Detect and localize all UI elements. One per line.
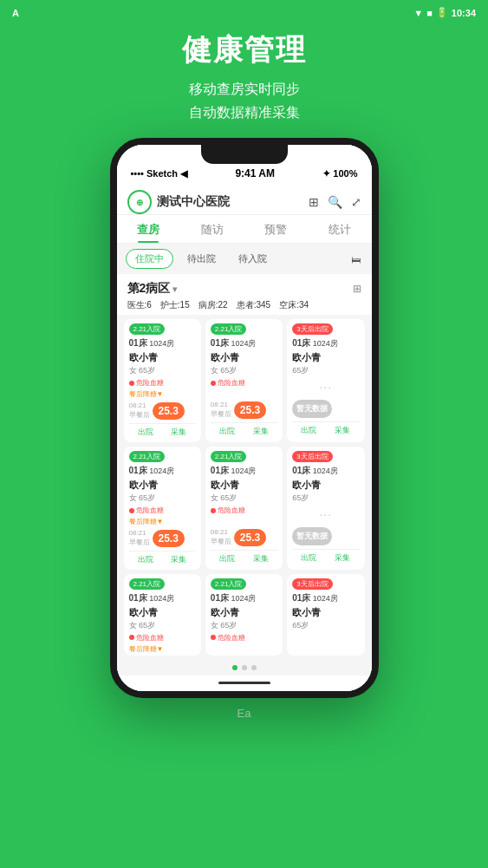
- patient-name: 欧小青: [129, 606, 196, 619]
- collect-btn[interactable]: 采集: [335, 425, 350, 436]
- phone-carrier: •••• Sketch ◀: [131, 168, 188, 179]
- tab-suifang[interactable]: 随访: [180, 215, 244, 243]
- subtab-inpatient[interactable]: 住院中: [126, 249, 173, 269]
- card-actions: 出院 采集: [292, 549, 359, 564]
- no-alert-placeholder: ···: [292, 376, 359, 397]
- patient-demographics: 65岁: [292, 493, 359, 504]
- bed-management-link[interactable]: 🛏: [351, 254, 363, 264]
- no-alert-placeholder: ···: [292, 504, 359, 525]
- patient-name: 欧小青: [292, 351, 359, 364]
- patient-demographics: 65岁: [292, 365, 359, 376]
- phone-mockup: •••• Sketch ◀ 9:41 AM ✦ 100% ⊕ 测试中心医院 ⊞ …: [110, 138, 379, 698]
- collect-btn[interactable]: 采集: [171, 554, 186, 565]
- card-room-info: 01床 1024房: [211, 337, 277, 349]
- metric-value: 25.3: [234, 529, 266, 546]
- card-room-info: 01床 1024房: [292, 465, 359, 477]
- discharge-btn[interactable]: 出院: [219, 426, 235, 437]
- patient-name: 欧小青: [292, 479, 359, 492]
- card-room-info: 01床 1024房: [292, 337, 359, 349]
- time-display: 10:34: [452, 8, 476, 18]
- patient-demographics: 女 65岁: [211, 620, 277, 631]
- app-logo: ⊕: [127, 190, 152, 214]
- signal-icon: ■: [426, 8, 433, 18]
- phone-battery: ✦ 100%: [322, 168, 357, 179]
- subtab-pending-admission[interactable]: 待入院: [230, 250, 276, 268]
- card-actions: 出院 采集: [129, 423, 196, 438]
- ward-stats: 医生:6 护士:15 病房:22 患者:345 空床:34: [127, 299, 361, 311]
- expand-icon[interactable]: ⤢: [351, 195, 361, 209]
- glucose-metric: 08:21早餐后 25.3: [129, 529, 196, 547]
- collect-btn[interactable]: 采集: [335, 552, 350, 564]
- alert-post-meal: 餐后降糖▼: [129, 389, 196, 399]
- patient-card: 2.21入院 01床 1024房 欧小青 女 65岁 危险血糖 餐后降糖▼ 08…: [124, 447, 201, 570]
- sub-tab-bar: 住院中 待出院 待入院 🛏: [117, 244, 372, 274]
- system-status-bar: A ▼ ■ 🔋 10:34: [0, 0, 488, 22]
- stat-doctors: 医生:6: [127, 299, 152, 311]
- patient-card: 2.21入院 01床 1024房 欧小青 女 65岁 危险血糖 08:21早餐后…: [205, 319, 283, 442]
- patient-card: 2.21入院 01床 1024房 欧小青 女 65岁 危险血糖: [205, 574, 283, 656]
- dot-1: [232, 665, 237, 670]
- patient-name: 欧小青: [211, 479, 277, 492]
- patient-card: 3天后出院 01床 1024房 欧小青 65岁 ··· 暂无数据 出院 采集: [287, 447, 364, 570]
- metric-value: 25.3: [153, 402, 185, 420]
- alert-high-glucose: 危险血糖: [211, 506, 277, 515]
- patient-card: 3天后出院 01床 1024房 欧小青 65岁: [287, 574, 364, 656]
- no-data-label: 暂无数据: [292, 400, 332, 418]
- discharge-badge: 3天后出院: [292, 451, 332, 462]
- add-icon[interactable]: ⊞: [309, 195, 319, 209]
- home-indicator: [218, 682, 270, 684]
- patient-demographics: 女 65岁: [129, 620, 196, 631]
- patient-card: 2.21入院 01床 1024房 欧小青 女 65岁 危险血糖 08:21早餐后…: [205, 447, 283, 570]
- patient-name: 欧小青: [211, 606, 277, 619]
- glucose-metric: 暂无数据: [292, 400, 359, 418]
- subtab-pending-discharge[interactable]: 待出院: [179, 250, 224, 268]
- glucose-metric: 暂无数据: [292, 527, 359, 545]
- bottom-caption: Ea: [0, 698, 488, 728]
- patient-card: 2.21入院 01床 1024房 欧小青 女 65岁 危险血糖 餐后降糖▼: [124, 574, 201, 656]
- collect-btn[interactable]: 采集: [253, 553, 269, 565]
- ward-header: 第2病区 ▾ ⊞ 医生:6 护士:15 病房:22 患者:345 空床:34: [117, 274, 372, 315]
- discharge-btn[interactable]: 出院: [301, 552, 316, 564]
- ward-filter-icon[interactable]: ⊞: [353, 283, 361, 295]
- alert-high-glucose: 危险血糖: [129, 506, 196, 515]
- admission-badge: 2.21入院: [211, 323, 247, 335]
- app-header: ⊕ 测试中心医院 ⊞ 🔍 ⤢: [117, 185, 372, 215]
- collect-btn[interactable]: 采集: [253, 426, 269, 437]
- stat-rooms: 病房:22: [198, 299, 228, 311]
- tab-yujing[interactable]: 预警: [244, 215, 309, 243]
- hero-subtitle: 移动查房实时同步 自动数据精准采集: [17, 77, 471, 124]
- home-indicator-bar: [117, 675, 372, 691]
- patient-card: 2.21入院 01床 1024房 欧小青 女 65岁 危险血糖 餐后降糖▼ 08…: [124, 319, 201, 442]
- discharge-btn[interactable]: 出院: [301, 425, 316, 436]
- glucose-metric: 08:21早餐后 25.3: [211, 528, 277, 546]
- collect-btn[interactable]: 采集: [171, 427, 186, 438]
- alert-high-glucose: 危险血糖: [211, 633, 277, 643]
- no-data-label: 暂无数据: [292, 527, 332, 545]
- alert-post-meal: 餐后降糖▼: [129, 517, 196, 526]
- admission-badge: 2.21入院: [129, 578, 166, 590]
- tab-chaofang[interactable]: 查房: [117, 215, 181, 243]
- alert-post-meal: 餐后降糖▼: [129, 644, 196, 654]
- discharge-btn[interactable]: 出院: [138, 427, 153, 438]
- patient-name: 欧小青: [129, 479, 196, 492]
- discharge-btn[interactable]: 出院: [138, 554, 153, 565]
- metric-value: 25.3: [234, 401, 266, 419]
- admission-badge: 2.21入院: [129, 451, 166, 462]
- patient-demographics: 65岁: [292, 620, 359, 631]
- metric-value: 25.3: [153, 530, 185, 547]
- admission-badge: 2.21入院: [211, 578, 247, 590]
- tab-tongji[interactable]: 统计: [308, 215, 372, 243]
- patient-demographics: 女 65岁: [129, 365, 196, 376]
- discharge-btn[interactable]: 出院: [219, 553, 235, 565]
- patient-name: 欧小青: [292, 606, 359, 619]
- dropdown-icon[interactable]: ▾: [172, 284, 177, 294]
- search-icon[interactable]: 🔍: [328, 195, 342, 209]
- phone-time: 9:41 AM: [235, 167, 275, 179]
- metric-time: 08:21早餐后: [129, 401, 150, 420]
- phone-mockup-wrap: •••• Sketch ◀ 9:41 AM ✦ 100% ⊕ 测试中心医院 ⊞ …: [0, 138, 488, 698]
- glucose-metric: 08:21早餐后 25.3: [129, 401, 196, 420]
- card-actions: 出院 采集: [211, 550, 277, 565]
- app-header-icons: ⊞ 🔍 ⤢: [309, 195, 361, 209]
- discharge-badge: 3天后出院: [292, 578, 332, 590]
- wifi-icon: ▼: [413, 8, 423, 18]
